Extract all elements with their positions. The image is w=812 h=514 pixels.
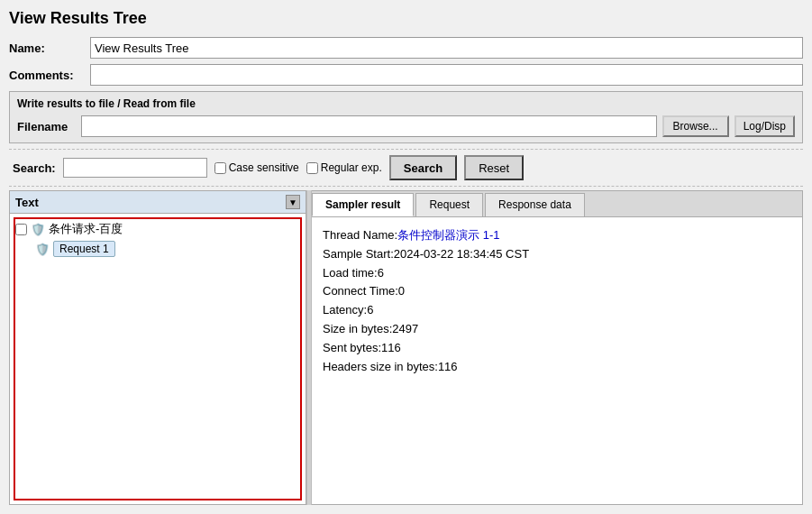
file-row: Filename Browse... Log/Disp xyxy=(17,115,795,137)
left-panel: Text ▼ 🛡️ 条件请求-百度 🛡️ Request 1 xyxy=(9,190,306,505)
result-line-sample-start: Sample Start:2024-03-22 18:34:45 CST xyxy=(323,245,791,264)
filename-label: Filename xyxy=(17,120,76,133)
tab-response-data[interactable]: Response data xyxy=(485,193,585,216)
search-bar: Search: Case sensitive Regular exp. Sear… xyxy=(9,149,803,187)
result-line-sent-bytes: Sent bytes:116 xyxy=(323,339,791,358)
filename-input[interactable] xyxy=(81,115,657,137)
comments-label: Comments: xyxy=(9,69,90,82)
search-label: Search: xyxy=(13,161,56,175)
tab-request[interactable]: Request xyxy=(415,193,483,216)
shield-icon-child: 🛡️ xyxy=(35,242,50,256)
request-badge: Request 1 xyxy=(53,241,115,257)
search-button[interactable]: Search xyxy=(389,155,457,180)
log-disp-button[interactable]: Log/Disp xyxy=(734,115,795,137)
tree-item-child[interactable]: 🛡️ Request 1 xyxy=(35,239,300,259)
dropdown-arrow[interactable]: ▼ xyxy=(286,195,300,209)
result-line-latency: Latency:6 xyxy=(323,301,791,320)
reset-button[interactable]: Reset xyxy=(464,155,524,180)
search-input[interactable] xyxy=(63,158,207,178)
result-line-size-bytes: Size in bytes:2497 xyxy=(323,320,791,339)
comments-row: Comments: xyxy=(9,64,803,86)
main-container: View Results Tree Name: Comments: Write … xyxy=(0,0,812,514)
shield-icon-parent: 🛡️ xyxy=(31,222,45,236)
tree-area: 🛡️ 条件请求-百度 🛡️ Request 1 xyxy=(10,214,306,504)
case-sensitive-checkbox[interactable] xyxy=(214,162,226,174)
result-content: Thread Name:条件控制器演示 1-1 Sample Start:202… xyxy=(312,217,802,504)
result-line-headers-size: Headers size in bytes:116 xyxy=(323,358,791,377)
result-line-load-time: Load time:6 xyxy=(323,264,791,283)
browse-button[interactable]: Browse... xyxy=(662,115,729,137)
tree-item-parent[interactable]: 🛡️ 条件请求-百度 xyxy=(15,219,300,239)
left-panel-header-text: Text xyxy=(15,196,286,209)
tree-item-checkbox[interactable] xyxy=(15,224,27,235)
name-label: Name: xyxy=(9,41,90,55)
tabs-bar: Sampler result Request Response data xyxy=(312,191,802,217)
name-row: Name: xyxy=(9,37,803,59)
file-section: Write results to file / Read from file F… xyxy=(9,91,803,143)
tree-item-parent-label: 条件请求-百度 xyxy=(49,221,123,237)
file-section-title: Write results to file / Read from file xyxy=(17,97,795,110)
left-panel-header: Text ▼ xyxy=(10,191,306,214)
regular-exp-label: Regular exp. xyxy=(306,161,382,174)
comments-input[interactable] xyxy=(90,64,803,86)
right-panel: Sampler result Request Response data Thr… xyxy=(312,190,803,505)
tab-sampler-result[interactable]: Sampler result xyxy=(312,193,414,216)
content-area: Text ▼ 🛡️ 条件请求-百度 🛡️ Request 1 xyxy=(9,190,803,505)
name-input[interactable] xyxy=(90,37,803,59)
regular-exp-checkbox[interactable] xyxy=(306,162,318,174)
result-line-thread: Thread Name:条件控制器演示 1-1 xyxy=(323,226,791,245)
tree-selection-box xyxy=(14,217,302,500)
page-title: View Results Tree xyxy=(9,9,803,28)
case-sensitive-label: Case sensitive xyxy=(214,161,299,174)
result-line-connect-time: Connect Time:0 xyxy=(323,282,791,301)
